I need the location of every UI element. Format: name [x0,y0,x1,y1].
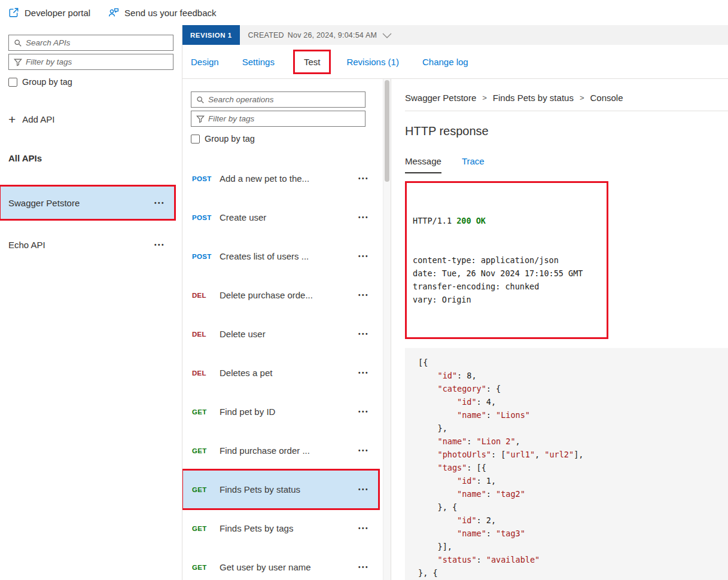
main-tab[interactable]: Design [191,57,219,67]
response-header-line: vary: Origin [413,293,601,306]
operation-context-menu-button[interactable]: ••• [358,447,369,454]
operation-context-menu-button[interactable]: ••• [358,214,369,221]
api-context-menu-button[interactable]: ••• [154,242,165,248]
operation-row[interactable]: GET Get user by user name ••• [182,548,379,580]
group-by-tag-checkbox[interactable] [8,78,17,87]
operations-scrollbar-thumb[interactable] [385,80,389,182]
operation-verb: POST [192,175,220,182]
http-version: HTTP/1.1 [413,216,456,225]
group-by-tag-operations[interactable]: Group by tag [191,134,391,144]
operation-row[interactable]: POST Creates list of users ... ••• [182,237,379,276]
operation-verb: GET [192,408,220,416]
operations-panel: Group by tag POST Add a new pet to the..… [182,79,391,580]
operation-verb: GET [192,525,220,532]
feedback-label: Send us your feedback [124,8,216,18]
developer-portal-label: Developer portal [25,8,90,18]
code-line: "id": 8, [418,369,722,382]
response-header-line: date: Tue, 26 Nov 2024 17:10:55 GMT [413,267,601,280]
group-by-tag-sidebar[interactable]: Group by tag [8,77,173,87]
operation-context-menu-button[interactable]: ••• [358,408,369,415]
operation-label: Delete user [220,329,358,339]
filter-apis-input[interactable] [26,57,173,66]
code-line: }], [418,540,722,553]
created-value: Nov 26, 2024, 9:04:54 AM [288,31,377,39]
operation-context-menu-button[interactable]: ••• [358,253,369,260]
operation-label: Delete purchase orde... [220,290,358,300]
code-line: "name": "tag2" [418,487,722,500]
main-tab[interactable]: Settings [242,57,275,67]
operation-row[interactable]: GET Finds Pets by status ••• [182,470,379,509]
main-tab[interactable]: Revisions (1) [346,57,399,67]
response-header-line: content-type: application/json [413,254,601,267]
operation-context-menu-button[interactable]: ••• [358,564,369,570]
code-line: }, { [418,500,722,514]
operation-row[interactable]: DEL Delete user ••• [182,315,379,353]
divider [405,111,728,111]
response-header-line: transfer-encoding: chunked [413,280,601,293]
operation-row[interactable]: GET Find pet by ID ••• [182,392,379,431]
tab-trace[interactable]: Trace [462,156,485,173]
api-list-item[interactable]: Swagger Petstore ••• [0,186,175,219]
operation-context-menu-button[interactable]: ••• [358,292,369,298]
main-tabs: DesignSettingsTestRevisions (1)Change lo… [182,45,728,79]
breadcrumb-api[interactable]: Swagger Petstore [405,93,476,103]
code-line: "tags": [{ [418,461,722,474]
main-area: REVISION 1 CREATED Nov 26, 2024, 9:04:54… [182,25,728,580]
breadcrumb-console: Console [590,93,623,103]
main-body: Group by tag POST Add a new pet to the..… [182,79,728,580]
add-api-button[interactable]: + Add API [8,114,173,124]
breadcrumb-separator: > [580,93,584,102]
plus-icon: + [8,115,16,124]
code-line: "status": "available" [418,553,722,566]
tab-message[interactable]: Message [405,156,441,173]
search-operations-input[interactable] [208,95,365,104]
operation-row[interactable]: DEL Delete purchase orde... ••• [182,276,379,315]
operation-verb: POST [192,214,220,221]
operation-verb: DEL [192,370,220,377]
operation-row[interactable]: POST Create user ••• [182,198,379,237]
operation-context-menu-button[interactable]: ••• [358,331,369,337]
search-icon [14,39,22,47]
sidebar: Group by tag + Add API All APIs Swagger … [0,25,182,580]
operation-verb: GET [192,447,220,454]
all-apis-heading: All APIs [8,153,173,163]
operation-row[interactable]: POST Add a new pet to the... ••• [182,159,379,198]
operation-row[interactable]: GET Find purchase order ... ••• [182,431,379,470]
filter-icon [196,115,205,123]
status-line: HTTP/1.1 200 OK [413,214,601,227]
code-line: "name": "tag3" [418,527,722,540]
code-line: "name": "Lion 2", [418,435,722,448]
operation-verb: GET [192,486,220,493]
chevron-down-icon[interactable] [382,33,392,39]
revision-badge[interactable]: REVISION 1 [182,25,240,45]
feedback-icon [108,7,119,18]
operation-row[interactable]: DEL Deletes a pet ••• [182,353,379,392]
operation-context-menu-button[interactable]: ••• [358,525,369,532]
search-apis-box [8,35,173,51]
main-tab[interactable]: Change log [422,57,468,67]
group-by-tag-checkbox[interactable] [191,135,200,144]
code-line: "id": 2, [418,514,722,527]
main-tab[interactable]: Test [293,50,331,74]
developer-portal-link[interactable]: Developer portal [8,7,90,18]
response-headers-block: HTTP/1.1 200 OK content-type: applicatio… [405,181,608,339]
operation-context-menu-button[interactable]: ••• [358,486,369,493]
feedback-link[interactable]: Send us your feedback [108,7,216,18]
code-line: "name": "Lions" [418,408,722,422]
operation-row[interactable]: GET Finds Pets by tags ••• [182,509,379,548]
search-apis-input[interactable] [26,38,173,47]
operation-label: Create user [220,212,358,222]
response-body-code: [{ "id": 8, "category": { "id": 4, "name… [405,348,728,580]
operation-label: Deletes a pet [220,368,358,378]
api-list: Swagger Petstore ••• Echo API ••• [0,186,182,261]
operation-context-menu-button[interactable]: ••• [358,175,369,182]
operations-scrollbar-track[interactable] [383,79,391,580]
operation-verb: DEL [192,331,220,338]
operation-context-menu-button[interactable]: ••• [358,370,369,376]
api-context-menu-button[interactable]: ••• [154,200,165,206]
operation-verb: GET [192,564,220,571]
filter-operations-input[interactable] [208,114,365,123]
api-list-item[interactable]: Echo API ••• [0,228,175,261]
breadcrumb-operation[interactable]: Finds Pets by status [493,93,574,103]
breadcrumb: Swagger Petstore > Finds Pets by status … [405,93,728,103]
